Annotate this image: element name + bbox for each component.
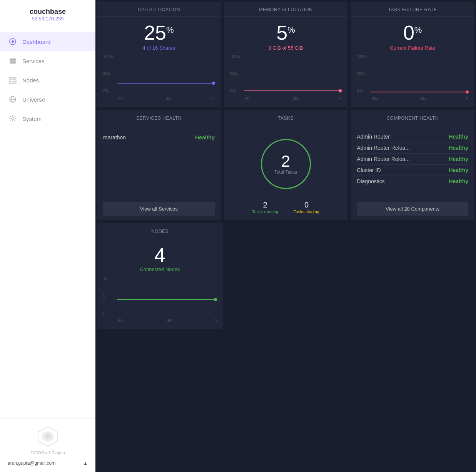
cpu-body: 25% 4 of 16 Shares 100%50%0% xyxy=(97,17,221,107)
task-stats: 2 Tasks running 0 Tasks staging xyxy=(252,201,319,214)
task-failure-bars xyxy=(371,55,468,93)
metrics-row: CPU Allocation 25% 4 of 16 Shares 100%50… xyxy=(95,0,476,109)
sidebar-item-services[interactable]: Services xyxy=(0,51,95,70)
nodes-x-labels: -60s-30s0 xyxy=(117,319,217,323)
sidebar-item-label-system: System xyxy=(22,115,42,122)
health-row: Services Health marathon Healthy View al… xyxy=(95,109,476,222)
nodes-y-labels: 1050 xyxy=(103,277,117,315)
tasks-donut: 2 Total Tasks xyxy=(261,139,311,189)
comp-row-admin-router-reloa-2: Admin Router Reloa... Healthy xyxy=(357,154,468,165)
nodes-value: 4 xyxy=(103,244,217,266)
task-failure-chart: 100%50%0% xyxy=(357,55,468,101)
memory-value: 5% xyxy=(230,23,342,43)
comp-row-cluster-id: Cluster ID Healthy xyxy=(357,165,468,176)
comp-name-diagnostics: Diagnostics xyxy=(357,178,384,184)
universe-icon xyxy=(8,95,17,104)
svg-point-1 xyxy=(12,40,14,43)
task-failure-x-labels: -60s-30s0 xyxy=(371,97,468,101)
tasks-staging-label: Tasks staging xyxy=(294,209,319,214)
dashboard-icon xyxy=(8,37,17,46)
nodes-bars xyxy=(117,277,217,315)
cpu-chart: 100%50%0% xyxy=(103,55,215,101)
memory-bars xyxy=(244,55,342,93)
sidebar-footer: DC/OS v.1.7-open arun.gupta@gmail.com ▲ xyxy=(0,418,95,472)
tasks-title: Tasks xyxy=(224,110,348,125)
comp-row-admin-router-reloa-1: Admin Router Reloa... Healthy xyxy=(357,142,468,154)
user-email: arun.gupta@gmail.com xyxy=(8,460,55,466)
task-failure-sub: Current Failure Rate xyxy=(357,45,468,51)
svg-point-14 xyxy=(12,117,14,120)
component-health-title: Component Health xyxy=(351,110,474,125)
cpu-y-labels: 100%50%0% xyxy=(103,55,117,93)
comp-name-cluster-id: Cluster ID xyxy=(357,167,381,173)
sidebar-item-label-nodes: Nodes xyxy=(22,77,39,84)
donut-center: 2 Total Tasks xyxy=(274,153,297,175)
component-health-card: Component Health Admin Router Healthy Ad… xyxy=(351,110,474,220)
tasks-staging-stat: 0 Tasks staging xyxy=(294,201,319,214)
tasks-total-number: 2 xyxy=(274,153,297,169)
service-name-marathon: marathon xyxy=(103,134,126,141)
cpu-value: 25% xyxy=(103,23,215,43)
memory-sub: 3 GiB of 55 GiB xyxy=(230,45,342,51)
user-bar: arun.gupta@gmail.com ▲ xyxy=(8,457,88,466)
sidebar-item-system[interactable]: System xyxy=(0,109,95,128)
nodes-icon xyxy=(8,76,17,84)
task-failure-y-labels: 100%50%0% xyxy=(357,55,371,93)
cpu-bars xyxy=(117,55,215,93)
cpu-x-labels: -60s-30s0 xyxy=(117,97,215,101)
sidebar-item-label-universe: Universe xyxy=(22,96,45,103)
svg-point-8 xyxy=(15,78,15,79)
view-components-button[interactable]: View all 28 Components xyxy=(357,202,468,216)
tasks-total-label: Total Tasks xyxy=(274,169,297,175)
tasks-staging-num: 0 xyxy=(294,201,319,209)
cpu-title: CPU Allocation xyxy=(97,2,221,17)
nodes-card: Nodes 4 Connected Nodes 1050 xyxy=(97,223,223,329)
sidebar-header: couchbase 52.53.176.239 xyxy=(0,0,95,28)
svg-rect-3 xyxy=(10,60,16,62)
chevron-up-icon[interactable]: ▲ xyxy=(83,460,88,466)
cluster-name: couchbase xyxy=(8,8,88,16)
task-failure-body: 0% Current Failure Rate 100%50%0% xyxy=(351,17,474,107)
comp-status-diagnostics: Healthy xyxy=(449,178,468,184)
memory-body: 5% 3 GiB of 55 GiB 100%50%0% xyxy=(224,17,348,107)
component-health-body: Admin Router Healthy Admin Router Reloa.… xyxy=(351,125,474,198)
nodes-body: 4 Connected Nodes 1050 xyxy=(97,238,223,329)
tasks-running-stat: 2 Tasks running xyxy=(252,201,278,214)
memory-chart: 100%50%0% xyxy=(230,55,342,101)
svg-point-10 xyxy=(15,82,15,83)
task-failure-title: Task Failure Rate xyxy=(351,2,474,17)
task-failure-card: Task Failure Rate 0% Current Failure Rat… xyxy=(351,2,474,107)
task-failure-value: 0% xyxy=(357,23,468,43)
comp-name-admin-router-reloa-2: Admin Router Reloa... xyxy=(357,156,410,162)
svg-rect-4 xyxy=(10,62,16,64)
sidebar-nav: Dashboard Services xyxy=(0,28,95,418)
cpu-sub: 4 of 16 Shares xyxy=(103,45,215,51)
view-services-button[interactable]: View all Services xyxy=(103,202,215,216)
sidebar: couchbase 52.53.176.239 Dashboard xyxy=(0,0,95,472)
services-health-body: marathon Healthy xyxy=(97,125,221,198)
svg-point-9 xyxy=(15,80,15,81)
tasks-running-num: 2 xyxy=(252,201,278,209)
memory-x-labels: -60s-30s0 xyxy=(244,97,342,101)
sidebar-item-universe[interactable]: Universe xyxy=(0,90,95,109)
sidebar-item-dashboard[interactable]: Dashboard xyxy=(0,32,95,51)
sidebar-item-nodes[interactable]: Nodes xyxy=(0,70,95,90)
cluster-ip: 52.53.176.239 xyxy=(8,16,88,22)
memory-y-labels: 100%50%0% xyxy=(230,55,244,93)
dcos-logo-icon xyxy=(36,425,59,448)
tasks-body: 2 Total Tasks 2 Tasks running 0 Tasks st… xyxy=(224,125,348,220)
memory-card: Memory Allocation 5% 3 GiB of 55 GiB 100… xyxy=(224,2,348,107)
services-icon xyxy=(8,57,17,65)
comp-status-cluster-id: Healthy xyxy=(449,167,468,173)
memory-title: Memory Allocation xyxy=(224,2,348,17)
cpu-card: CPU Allocation 25% 4 of 16 Shares 100%50… xyxy=(97,2,221,107)
sidebar-item-label-dashboard: Dashboard xyxy=(22,38,50,45)
dcos-version: DC/OS v.1.7-open xyxy=(30,450,65,455)
comp-status-admin-router-reloa-1: Healthy xyxy=(449,145,468,151)
services-health-card: Services Health marathon Healthy View al… xyxy=(97,110,221,220)
comp-row-diagnostics: Diagnostics Healthy xyxy=(357,176,468,187)
svg-rect-2 xyxy=(10,59,16,60)
tasks-card: Tasks 2 Total Tasks 2 Tasks running 0 xyxy=(224,110,348,220)
nodes-title: Nodes xyxy=(97,223,223,238)
services-health-row-marathon: marathon Healthy xyxy=(103,131,215,144)
